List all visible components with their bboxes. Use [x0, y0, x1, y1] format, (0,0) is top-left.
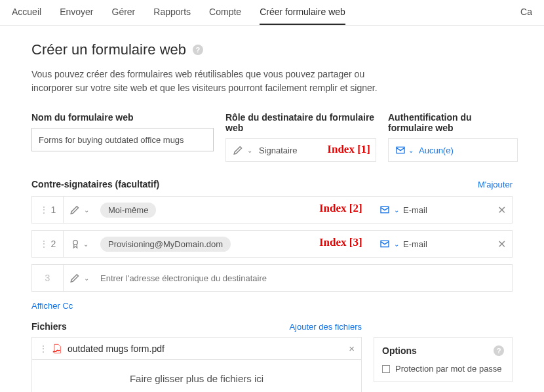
annotation-index-3: Index [3] [319, 236, 362, 249]
nav-creer-formulaire[interactable]: Créer formulaire web [260, 7, 345, 25]
form-name-input[interactable] [31, 128, 214, 151]
row-number: 1 [51, 205, 56, 215]
nav-gerer[interactable]: Gérer [112, 7, 136, 25]
file-dropzone[interactable]: Faire glisser plus de fichiers ici [32, 360, 361, 392]
row-auth-select[interactable]: ⌄ E-mail [379, 205, 491, 215]
recipient-role-select[interactable]: ⌄ Signataire Index [1] [225, 138, 376, 162]
show-cc-link[interactable]: Afficher Cc [31, 301, 513, 311]
chevron-down-icon: ⌄ [83, 241, 88, 248]
pen-icon [69, 204, 81, 216]
mail-icon: ⌄ [395, 145, 414, 155]
drag-handle-icon[interactable]: ⋮ [39, 239, 47, 249]
nav-right-truncated[interactable]: Ca [520, 7, 532, 25]
row-role-select[interactable]: ⌄ [64, 272, 95, 284]
nav-rapports[interactable]: Rapports [153, 7, 191, 25]
auth-value: Aucun(e) [419, 146, 454, 155]
row-role-select[interactable]: ⌄ [64, 239, 95, 249]
row-auth-select[interactable]: ⌄ E-mail [379, 239, 491, 249]
chevron-down-icon: ⌄ [394, 206, 399, 214]
page-title-text: Créer un formulaire web [31, 41, 186, 58]
countersigners-label: Contre-signataires (facultatif) [31, 179, 159, 189]
chevron-down-icon: ⌄ [84, 206, 89, 214]
top-nav: Accueil Envoyer Gérer Rapports Compte Cr… [0, 0, 544, 26]
row-number: 3 [45, 273, 50, 283]
file-row: ⋮ outdated mugs form.pdf × [32, 338, 361, 360]
row-number: 2 [51, 239, 56, 249]
options-panel: Options ? Protection par mot de passe [374, 337, 513, 382]
remove-row-button[interactable]: ✕ [491, 204, 512, 216]
recipient-chip[interactable]: Moi-même [100, 203, 156, 218]
help-icon[interactable]: ? [494, 345, 504, 356]
auth-label: Authentification du formulaire web [388, 112, 518, 133]
nav-envoyer[interactable]: Envoyer [60, 7, 93, 25]
svg-point-2 [73, 241, 78, 245]
pen-icon: ⌄ [233, 144, 252, 156]
drag-handle-icon[interactable]: ⋮ [39, 205, 47, 215]
add-me-link[interactable]: M'ajouter [478, 180, 513, 189]
nav-accueil[interactable]: Accueil [12, 7, 41, 25]
annotation-index-1: Index [1] [327, 143, 370, 156]
mail-icon [379, 205, 390, 215]
chevron-down-icon: ⌄ [84, 275, 89, 282]
remove-row-button[interactable]: ✕ [491, 238, 512, 250]
form-name-label: Nom du formulaire web [31, 112, 214, 123]
recipient-role-label: Rôle du destinataire du formulaire web [225, 112, 376, 133]
mail-icon [379, 239, 390, 249]
countersigner-row-3: 3 ⌄ [31, 264, 513, 292]
page-description: Vous pouvez créer des formulaires web ré… [31, 68, 379, 95]
drag-handle-icon[interactable]: ⋮ [39, 343, 47, 354]
annotation-index-2: Index [2] [319, 202, 362, 215]
badge-icon [70, 239, 81, 249]
files-label: Fichiers [31, 321, 67, 332]
file-name: outdated mugs form.pdf [68, 343, 165, 354]
help-icon[interactable]: ? [193, 45, 203, 55]
chevron-down-icon: ⌄ [408, 147, 414, 154]
recipient-chip[interactable]: Provisioning@MyDomain.dom [100, 237, 231, 252]
row-auth-value: E-mail [403, 205, 427, 215]
pen-icon [69, 272, 81, 284]
row-auth-value: E-mail [403, 239, 427, 249]
password-protect-label: Protection par mot de passe [395, 364, 502, 374]
remove-file-button[interactable]: × [349, 343, 355, 354]
page-title: Créer un formulaire web ? [31, 41, 513, 58]
nav-compte[interactable]: Compte [209, 7, 241, 25]
pdf-icon [52, 343, 62, 354]
options-title: Options [382, 345, 417, 356]
chevron-down-icon: ⌄ [247, 147, 252, 154]
password-protect-checkbox[interactable] [382, 365, 390, 373]
add-files-link[interactable]: Ajouter des fichiers [289, 322, 362, 332]
countersigner-row-2: ⋮ 2 ⌄ Provisioning@MyDomain.dom Index [3… [31, 230, 513, 258]
row-role-select[interactable]: ⌄ [64, 204, 95, 216]
files-box: ⋮ outdated mugs form.pdf × Faire glisser… [31, 337, 362, 392]
countersigner-row-1: ⋮ 1 ⌄ Moi-même Index [2] ⌄ E-mail ✕ [31, 196, 513, 224]
auth-select[interactable]: ⌄ Aucun(e) [388, 138, 518, 162]
chevron-down-icon: ⌄ [394, 241, 399, 248]
role-value: Signataire [259, 146, 298, 155]
recipient-email-input[interactable] [95, 273, 512, 283]
